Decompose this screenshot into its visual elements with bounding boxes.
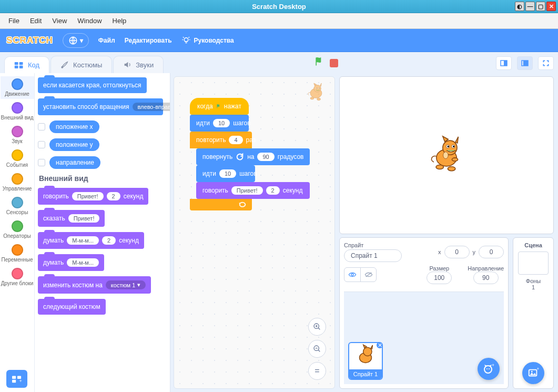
block-move-steps-1[interactable]: идти 10 шагов <box>190 115 249 132</box>
sprite-name-field[interactable]: Спрайт 1 <box>344 249 402 262</box>
block-switch-costume[interactable]: изменить костюм на костюм 1 ▾ <box>38 276 151 294</box>
sprite-card[interactable]: ✕ Спрайт 1 <box>348 342 383 380</box>
script-workspace[interactable]: когда нажат идти 10 шагов повторить 4 ра… <box>174 76 335 389</box>
block-next-costume[interactable]: следующий костюм <box>38 299 106 315</box>
block-if-on-edge-bounce[interactable]: если касается края, оттолкнуться <box>38 77 147 93</box>
reporter-direction[interactable]: направление <box>38 156 167 169</box>
add-backdrop-button[interactable]: + <box>522 362 544 384</box>
tab-sounds[interactable]: Звуки <box>113 56 164 73</box>
dropdown-costume[interactable]: костюм 1 ▾ <box>106 280 146 289</box>
tab-row: Код Костюмы Звуки <box>0 52 558 73</box>
topbar-file[interactable]: Файл <box>98 37 115 44</box>
zoom-controls: = <box>308 318 326 380</box>
svg-point-28 <box>448 167 455 171</box>
block-set-rotation-style[interactable]: установить способ вращения влево-вправо <box>38 98 163 115</box>
topbar-tutorials[interactable]: Руководства <box>181 36 234 45</box>
script-stack[interactable]: когда нажат идти 10 шагов повторить 4 ра… <box>190 98 310 210</box>
globe-icon <box>68 36 78 45</box>
add-sprite-button[interactable]: + <box>478 358 500 380</box>
block-think[interactable]: думать М-м-м... <box>38 254 104 271</box>
block-say-for-secs[interactable]: говорить Привет! 2 секунд <box>38 188 148 205</box>
window-titlebar: Scratch Desktop ◐ — ▢ ✕ <box>0 0 558 13</box>
delete-sprite-button[interactable]: ✕ <box>376 342 383 349</box>
menu-window[interactable]: Window <box>73 16 106 26</box>
svg-point-34 <box>443 152 449 159</box>
dropdown-rotation-style[interactable]: влево-вправо <box>133 103 170 111</box>
svg-rect-11 <box>12 376 16 379</box>
topbar-edit[interactable]: Редактировать <box>125 37 172 44</box>
block-palette[interactable]: если касается края, оттолкнуться установ… <box>35 73 170 392</box>
category-motion[interactable]: Движение <box>1 76 34 99</box>
fullscreen-button[interactable] <box>538 56 554 70</box>
green-flag-button[interactable] <box>314 56 324 70</box>
sprite-direction-field[interactable]: 90 <box>473 272 499 284</box>
turn-cw-icon <box>236 153 244 161</box>
loop-arrow-icon <box>238 201 247 208</box>
stage-small-button[interactable] <box>496 56 512 70</box>
stage-thumbnail[interactable] <box>518 252 549 275</box>
hide-sprite-button[interactable] <box>360 268 376 282</box>
reporter-y-position[interactable]: положение y <box>38 138 167 151</box>
svg-point-39 <box>486 368 488 369</box>
zoom-reset-button[interactable]: = <box>308 362 326 380</box>
svg-point-6 <box>62 66 63 68</box>
image-plus-icon: + <box>527 367 539 379</box>
menu-file[interactable]: File <box>4 16 24 26</box>
sprite-x-field[interactable]: 0 <box>444 246 470 258</box>
block-when-flag-clicked[interactable]: когда нажат <box>190 98 249 115</box>
stage[interactable] <box>339 76 554 234</box>
stage-large-button[interactable] <box>517 56 533 70</box>
category-sensing[interactable]: Сенсоры <box>1 195 34 217</box>
checkbox-y[interactable] <box>38 141 45 148</box>
svg-rect-42 <box>529 370 537 376</box>
block-repeat-top[interactable]: повторить 4 раз <box>190 132 252 148</box>
menu-view[interactable]: View <box>48 16 71 26</box>
category-events[interactable]: События <box>1 147 34 170</box>
block-say[interactable]: сказать Привет! <box>38 210 105 227</box>
category-control[interactable]: Управление <box>1 171 34 194</box>
add-extension-button[interactable]: + <box>6 370 27 388</box>
reporter-x-position[interactable]: положение x <box>38 120 167 133</box>
tab-code[interactable]: Код <box>4 56 49 73</box>
script-canvas[interactable]: когда нажат идти 10 шагов повторить 4 ра… <box>174 77 334 388</box>
category-sound[interactable]: Звук <box>1 124 34 146</box>
left-column: Движение Внешний вид Звук События Управл… <box>0 73 170 392</box>
category-operators[interactable]: Операторы <box>1 218 34 241</box>
zoom-out-button[interactable] <box>308 340 326 358</box>
scene-panel: Сцена Фоны 1 + <box>513 237 554 389</box>
category-looks[interactable]: Внешний вид <box>1 100 34 123</box>
bottom-panels: Спрайт Спрайт 1 x 0 y 0 <box>339 237 554 389</box>
block-think-for-secs[interactable]: думать М-м-м... 2 секунд <box>38 232 144 249</box>
svg-point-22 <box>319 88 319 88</box>
svg-point-1 <box>184 37 188 42</box>
sprite-y-field[interactable]: 0 <box>479 246 504 258</box>
block-move-steps-2[interactable]: идти 10 шагов <box>196 165 255 182</box>
stop-button[interactable] <box>330 59 338 67</box>
stage-sprite[interactable] <box>425 134 468 177</box>
language-button[interactable]: ▾ <box>63 33 89 48</box>
category-myblocks[interactable]: Другие блоки <box>1 266 34 288</box>
main-area: Движение Внешний вид Звук События Управл… <box>0 73 558 392</box>
window-title: Scratch Desktop <box>0 3 558 11</box>
block-say-for-secs-script[interactable]: говорить Привет! 2 секунд <box>196 182 310 199</box>
category-variables[interactable]: Переменные <box>1 242 34 265</box>
checkbox-dir[interactable] <box>38 159 45 166</box>
svg-point-27 <box>436 165 443 169</box>
menu-help[interactable]: Help <box>108 16 131 26</box>
show-sprite-button[interactable] <box>344 268 360 282</box>
svg-text:+: + <box>492 363 494 368</box>
tab-costumes[interactable]: Костюмы <box>50 56 112 73</box>
scratch-logo: SCRATCH <box>6 35 53 46</box>
svg-point-21 <box>317 88 317 88</box>
svg-point-32 <box>448 146 449 147</box>
flag-icon <box>216 102 221 110</box>
svg-rect-4 <box>15 65 18 68</box>
block-turn-degrees[interactable]: повернуть на 90 градусов <box>196 148 310 165</box>
svg-point-17 <box>310 97 314 99</box>
checkbox-x[interactable] <box>38 123 45 130</box>
block-repeat-bottom[interactable] <box>190 199 252 210</box>
menu-edit[interactable]: Edit <box>26 16 46 26</box>
svg-rect-8 <box>504 61 507 66</box>
zoom-in-button[interactable] <box>308 318 326 336</box>
sprite-size-field[interactable]: 100 <box>427 272 452 284</box>
